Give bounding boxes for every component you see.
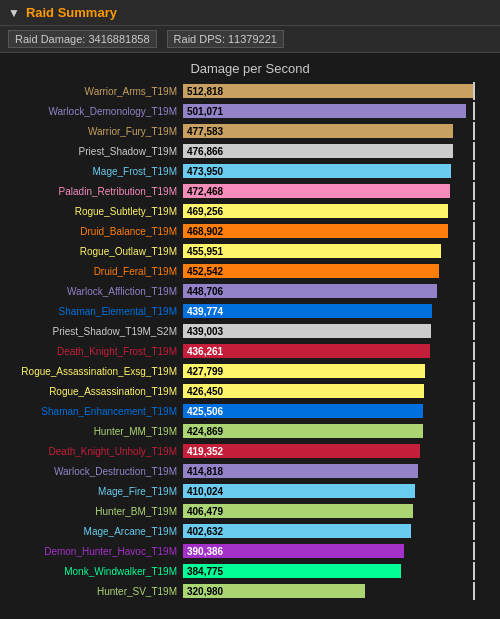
bar-value: 419,352 (187, 446, 223, 457)
bar-container: 384,775 (183, 564, 492, 578)
bar-value: 425,506 (187, 406, 223, 417)
bar-end-marker (473, 102, 475, 120)
bar-value: 424,869 (187, 426, 223, 437)
bar-value: 455,951 (187, 246, 223, 257)
bar-row: Paladin_Retribution_T19M472,468 (8, 182, 492, 200)
bar-container: 476,866 (183, 144, 492, 158)
bar-value: 426,450 (187, 386, 223, 397)
bar-label: Mage_Frost_T19M (8, 166, 183, 177)
bar-label: Hunter_BM_T19M (8, 506, 183, 517)
bar-container: 448,706 (183, 284, 492, 298)
bar-container: 469,256 (183, 204, 492, 218)
collapse-arrow[interactable]: ▼ (8, 6, 20, 20)
bar-label: Mage_Fire_T19M (8, 486, 183, 497)
raid-dps-label: Raid DPS: (174, 33, 225, 45)
bar-container: 406,479 (183, 504, 492, 518)
bar-row: Priest_Shadow_T19M476,866 (8, 142, 492, 160)
bar-label: Hunter_SV_T19M (8, 586, 183, 597)
bar-row: Hunter_SV_T19M320,980 (8, 582, 492, 600)
bar-row: Shaman_Elemental_T19M439,774 (8, 302, 492, 320)
bar-value: 406,479 (187, 506, 223, 517)
bar-row: Mage_Fire_T19M410,024 (8, 482, 492, 500)
bar-label: Rogue_Outlaw_T19M (8, 246, 183, 257)
bar-end-marker (473, 542, 475, 560)
bar-value: 512,818 (187, 86, 223, 97)
raid-damage-label: Raid Damage: (15, 33, 85, 45)
bar-value: 439,774 (187, 306, 223, 317)
raid-dps-stat: Raid DPS: 11379221 (167, 30, 284, 48)
bar-row: Druid_Balance_T19M468,902 (8, 222, 492, 240)
bar-value: 469,256 (187, 206, 223, 217)
bar-container: 439,003 (183, 324, 492, 338)
bar-fill (183, 144, 453, 158)
bar-end-marker (473, 402, 475, 420)
bar-value: 501,071 (187, 106, 223, 117)
bar-end-marker (473, 502, 475, 520)
bar-value: 410,024 (187, 486, 223, 497)
bar-value: 414,818 (187, 466, 223, 477)
bar-label: Warlock_Affliction_T19M (8, 286, 183, 297)
bar-row: Hunter_MM_T19M424,869 (8, 422, 492, 440)
bar-label: Priest_Shadow_T19M_S2M (8, 326, 183, 337)
bar-label: Rogue_Assassination_Exsg_T19M (8, 366, 183, 377)
bar-label: Druid_Feral_T19M (8, 266, 183, 277)
bar-label: Shaman_Enhancement_T19M (8, 406, 183, 417)
bar-end-marker (473, 182, 475, 200)
bar-end-marker (473, 442, 475, 460)
bar-fill (183, 164, 451, 178)
bar-value: 427,799 (187, 366, 223, 377)
bar-label: Death_Knight_Unholy_T19M (8, 446, 183, 457)
bar-container: 426,450 (183, 384, 492, 398)
bar-container: 424,869 (183, 424, 492, 438)
bar-value: 468,902 (187, 226, 223, 237)
bar-value: 436,261 (187, 346, 223, 357)
bar-end-marker (473, 242, 475, 260)
bar-row: Priest_Shadow_T19M_S2M439,003 (8, 322, 492, 340)
bar-container: 452,542 (183, 264, 492, 278)
bar-container: 414,818 (183, 464, 492, 478)
bar-row: Monk_Windwalker_T19M384,775 (8, 562, 492, 580)
bar-row: Hunter_BM_T19M406,479 (8, 502, 492, 520)
bar-container: 425,506 (183, 404, 492, 418)
bar-end-marker (473, 302, 475, 320)
bar-row: Warlock_Destruction_T19M414,818 (8, 462, 492, 480)
bar-end-marker (473, 142, 475, 160)
bar-row: Mage_Frost_T19M473,950 (8, 162, 492, 180)
bar-end-marker (473, 582, 475, 600)
bar-end-marker (473, 122, 475, 140)
raid-damage-value: 3416881858 (88, 33, 149, 45)
bar-label: Death_Knight_Frost_T19M (8, 346, 183, 357)
bar-row: Warlock_Demonology_T19M501,071 (8, 102, 492, 120)
bar-label: Demon_Hunter_Havoc_T19M (8, 546, 183, 557)
raid-dps-value: 11379221 (228, 33, 277, 45)
bar-end-marker (473, 562, 475, 580)
bar-label: Druid_Balance_T19M (8, 226, 183, 237)
bar-row: Rogue_Assassination_Exsg_T19M427,799 (8, 362, 492, 380)
bar-row: Warlock_Affliction_T19M448,706 (8, 282, 492, 300)
bar-value: 448,706 (187, 286, 223, 297)
bar-end-marker (473, 382, 475, 400)
bar-container: 390,386 (183, 544, 492, 558)
chart-area: Warrior_Arms_T19M512,818Warlock_Demonolo… (0, 80, 500, 610)
stats-bar: Raid Damage: 3416881858 Raid DPS: 113792… (0, 26, 500, 53)
bar-fill (183, 104, 466, 118)
bar-row: Shaman_Enhancement_T19M425,506 (8, 402, 492, 420)
bar-row: Druid_Feral_T19M452,542 (8, 262, 492, 280)
bar-value: 320,980 (187, 586, 223, 597)
bar-container: 419,352 (183, 444, 492, 458)
chart-title: Damage per Second (0, 53, 500, 80)
bar-end-marker (473, 522, 475, 540)
bar-label: Warrior_Fury_T19M (8, 126, 183, 137)
bar-container: 472,468 (183, 184, 492, 198)
bar-value: 473,950 (187, 166, 223, 177)
bar-end-marker (473, 362, 475, 380)
bar-container: 512,818 (183, 84, 492, 98)
bar-label: Warlock_Demonology_T19M (8, 106, 183, 117)
bar-label: Warlock_Destruction_T19M (8, 466, 183, 477)
bar-value: 402,632 (187, 526, 223, 537)
bar-container: 427,799 (183, 364, 492, 378)
bar-container: 439,774 (183, 304, 492, 318)
bar-container: 468,902 (183, 224, 492, 238)
bar-end-marker (473, 482, 475, 500)
bar-row: Mage_Arcane_T19M402,632 (8, 522, 492, 540)
